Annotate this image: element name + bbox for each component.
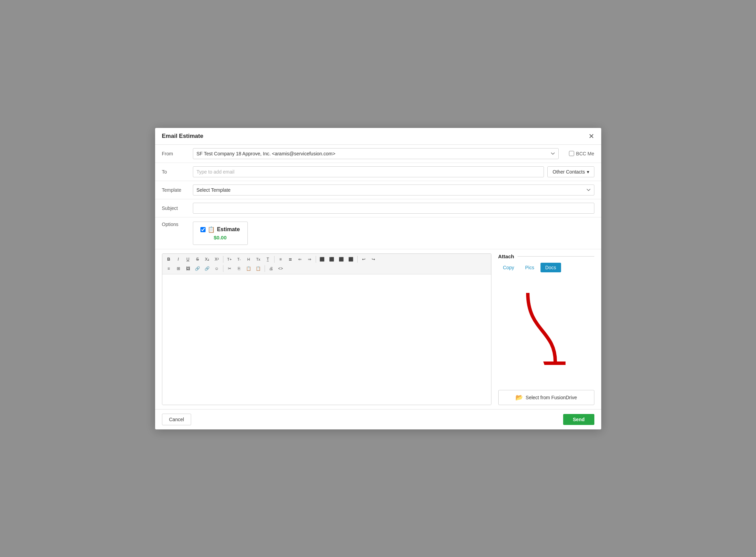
options-row: Options 📋 Estimate $0.00 <box>155 217 601 249</box>
cancel-button[interactable]: Cancel <box>162 414 191 425</box>
cut-button[interactable]: ✂ <box>225 264 234 273</box>
bcc-checkbox[interactable] <box>569 151 574 156</box>
superscript-button[interactable]: X² <box>212 255 221 263</box>
other-contacts-button[interactable]: Other Contacts ▾ <box>547 166 594 177</box>
to-input[interactable] <box>193 166 544 177</box>
to-row: To Other Contacts ▾ <box>155 163 601 181</box>
justify-button[interactable]: ⬛ <box>347 255 356 263</box>
attach-tab-pics[interactable]: Pics <box>520 263 539 272</box>
template-row: Template Select Template <box>155 181 601 199</box>
close-button[interactable]: ✕ <box>589 133 594 140</box>
subject-input[interactable] <box>193 203 594 214</box>
modal-title: Email Estimate <box>162 133 203 140</box>
options-label: Options <box>162 222 193 227</box>
to-label: To <box>162 169 193 175</box>
editor-body[interactable] <box>162 274 491 405</box>
red-arrow-icon <box>517 289 566 365</box>
chevron-down-icon: ▾ <box>587 169 589 175</box>
subject-label: Subject <box>162 205 193 211</box>
toolbar-row-2: ≡ ⊞ 🖼 🔗 🔗 ☺ ✂ ⎘ 📋 📋 🖨 <box>164 264 489 273</box>
unordered-list-button[interactable]: ≡ <box>276 255 285 263</box>
from-row: From SF Test Company 18 Approve, Inc. <a… <box>155 145 601 163</box>
bcc-text: BCC Me <box>576 151 594 156</box>
heading-button[interactable]: H <box>244 255 253 263</box>
paste-text-button[interactable]: 📋 <box>254 264 263 273</box>
fusiondrive-button[interactable]: 📂 Select from FusionDrive <box>498 390 594 405</box>
redo-button[interactable]: ↪ <box>369 255 378 263</box>
modal-body: From SF Test Company 18 Approve, Inc. <a… <box>155 145 601 409</box>
modal-footer: Cancel Send <box>155 409 601 429</box>
font-smaller-button[interactable]: T- <box>235 255 244 263</box>
options-content: 📋 Estimate $0.00 <box>193 222 594 245</box>
estimate-checkbox[interactable] <box>200 227 206 232</box>
attach-title: Attach <box>498 253 594 259</box>
estimate-card-amount: $0.00 <box>214 235 227 240</box>
subscript-button[interactable]: X₂ <box>203 255 212 263</box>
source-button[interactable]: <> <box>276 264 285 273</box>
table-button[interactable]: ⊞ <box>174 264 183 273</box>
align-center-button[interactable]: ⬛ <box>327 255 336 263</box>
bold-button[interactable]: B <box>164 255 173 263</box>
outdent-button[interactable]: ⇐ <box>295 255 304 263</box>
unlink-button[interactable]: 🔗 <box>203 264 212 273</box>
print-button[interactable]: 🖨 <box>267 264 276 273</box>
editor-container: B I U S X₂ X² T+ T- H Tx T̲ <box>162 253 491 405</box>
subject-row: Subject <box>155 199 601 217</box>
editor-toolbar: B I U S X₂ X² T+ T- H Tx T̲ <box>162 254 491 274</box>
toolbar-sep-6 <box>265 265 265 272</box>
toolbar-sep-1 <box>223 256 223 263</box>
from-select[interactable]: SF Test Company 18 Approve, Inc. <aramis… <box>193 148 559 159</box>
font-color-button[interactable]: Tx <box>254 255 263 263</box>
from-content: SF Test Company 18 Approve, Inc. <aramis… <box>193 148 594 159</box>
highlight-button[interactable]: T̲ <box>264 255 272 263</box>
toolbar-sep-5 <box>223 265 223 272</box>
align-right-button[interactable]: ⬛ <box>337 255 346 263</box>
attach-panel: Attach Copy Pics Docs <box>491 253 594 405</box>
align-left-button[interactable]: ⬛ <box>318 255 327 263</box>
estimate-card-title: Estimate <box>217 226 240 233</box>
editor-section: B I U S X₂ X² T+ T- H Tx T̲ <box>155 249 601 409</box>
attach-tab-copy[interactable]: Copy <box>498 263 519 272</box>
emoji-button[interactable]: ☺ <box>212 264 221 273</box>
attach-arrow-area: 📂 Select from FusionDrive <box>498 276 594 405</box>
modal-overlay: Email Estimate ✕ From SF Test Company 18… <box>0 0 756 557</box>
image-button[interactable]: 🖼 <box>184 264 193 273</box>
other-contacts-label: Other Contacts <box>553 169 585 175</box>
folder-icon: 📂 <box>515 394 523 401</box>
paste-button[interactable]: 📋 <box>244 264 253 273</box>
italic-button[interactable]: I <box>174 255 183 263</box>
document-icon: 📋 <box>208 226 215 233</box>
estimate-card-header: 📋 Estimate <box>200 226 240 233</box>
send-button[interactable]: Send <box>563 414 594 425</box>
toolbar-row-1: B I U S X₂ X² T+ T- H Tx T̲ <box>164 255 489 263</box>
attach-tabs: Copy Pics Docs <box>498 263 594 272</box>
toolbar-sep-3 <box>316 256 316 263</box>
ordered-list-button[interactable]: ≣ <box>286 255 295 263</box>
undo-button[interactable]: ↩ <box>359 255 368 263</box>
paragraph-button[interactable]: ≡ <box>164 264 173 273</box>
email-estimate-modal: Email Estimate ✕ From SF Test Company 18… <box>155 128 601 429</box>
fusiondrive-label: Select from FusionDrive <box>526 395 577 400</box>
attach-tab-docs[interactable]: Docs <box>540 263 561 272</box>
from-label: From <box>162 151 193 156</box>
bcc-label: BCC Me <box>569 151 594 156</box>
link-button[interactable]: 🔗 <box>193 264 202 273</box>
to-content: Other Contacts ▾ <box>193 166 594 177</box>
subject-content <box>193 203 594 214</box>
strikethrough-button[interactable]: S <box>193 255 202 263</box>
underline-button[interactable]: U <box>184 255 193 263</box>
template-content: Select Template <box>193 185 594 195</box>
template-select[interactable]: Select Template <box>193 185 594 195</box>
font-larger-button[interactable]: T+ <box>225 255 234 263</box>
indent-button[interactable]: ⇒ <box>305 255 314 263</box>
modal-header: Email Estimate ✕ <box>155 128 601 145</box>
estimate-card: 📋 Estimate $0.00 <box>193 222 248 245</box>
toolbar-sep-4 <box>357 256 358 263</box>
copy-editor-button[interactable]: ⎘ <box>235 264 244 273</box>
template-label: Template <box>162 187 193 193</box>
toolbar-sep-2 <box>274 256 275 263</box>
